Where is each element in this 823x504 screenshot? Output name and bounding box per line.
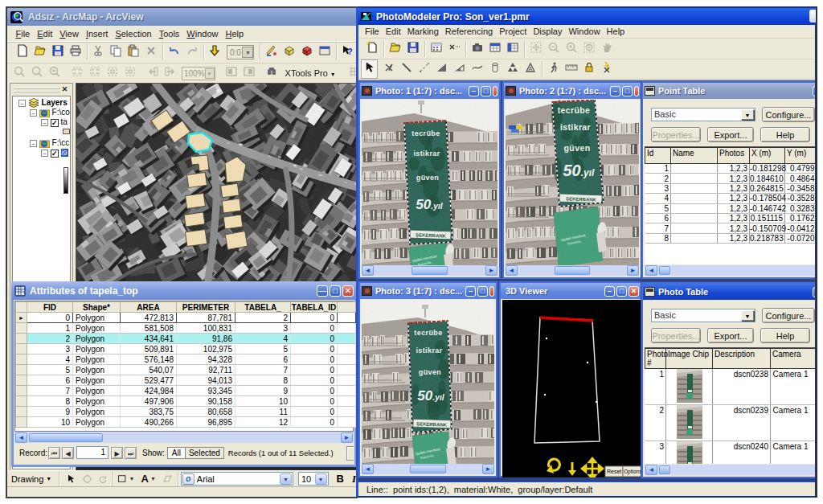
svg-text:Reset: Reset xyxy=(607,469,621,474)
svg-text:?: ? xyxy=(347,47,353,56)
svg-text:A: A xyxy=(529,66,533,72)
svg-text:Options: Options xyxy=(624,469,642,475)
